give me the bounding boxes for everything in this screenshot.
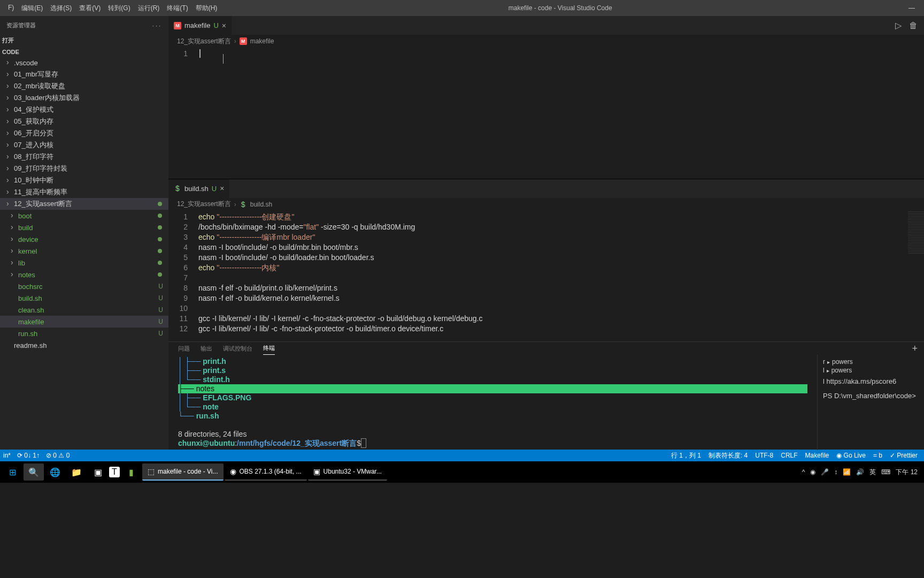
folder-item[interactable]: 05_获取内存 [0,116,168,127]
status-item[interactable]: ⊘ 0 ⚠ 0 [46,452,70,459]
menu-item[interactable]: 帮助(H) [192,2,221,15]
tray-keyboard-icon[interactable]: ⌨ [881,468,890,476]
file-item[interactable]: build.shU [0,292,168,304]
folder-item[interactable]: kernel [0,245,168,257]
menu-item[interactable]: F) [4,2,18,15]
folder-item[interactable]: .vscode [0,57,168,69]
status-item[interactable]: UTF-8 [755,452,773,459]
app-icon[interactable]: ▮ [121,463,141,481]
git-modified-dot [158,202,162,206]
minimap[interactable] [908,211,924,342]
folder-item[interactable]: 09_打印字符封装 [0,163,168,174]
terminal-session-item[interactable]: r ▸ powers [823,358,919,366]
taskbar-app[interactable]: ▣Ubuntu32 - VMwar... [308,463,387,481]
breadcrumb-segment[interactable]: build.sh [250,201,272,208]
taskbar-app[interactable]: ⬚makefile - code - Vi... [142,463,224,481]
workspace-header[interactable]: CODE [0,47,168,57]
folder-item[interactable]: 11_提高中断频率 [0,186,168,198]
terminal-side: r ▸ powersl ▸ powers l https://aka.ms/ps… [817,355,924,450]
tree-item-label: bochsrc [18,283,43,291]
status-item[interactable]: CRLF [781,452,797,459]
status-item[interactable]: ✓ Prettier [890,452,918,459]
system-tray[interactable]: ^ ◉ 🎤 ↕ 📶 🔊 英 ⌨ 下午 12 [802,468,922,477]
tray-icon[interactable]: ◉ [810,468,815,476]
folder-item[interactable]: 07_进入内核 [0,139,168,151]
menu-item[interactable]: 运行(R) [134,2,164,15]
folder-item[interactable]: boot [0,210,168,222]
file-item[interactable]: bochsrcU [0,280,168,292]
file-item[interactable]: run.shU [0,328,168,339]
breadcrumb-top[interactable]: 12_实现assert断言 › M makefile [168,35,924,48]
close-icon[interactable]: × [220,184,224,193]
panel-tab[interactable]: 输出 [201,343,212,355]
start-button[interactable]: ⊞ [2,463,22,481]
status-item[interactable]: ◉ Go Live [836,452,866,459]
tray-icon[interactable]: ↕ [834,468,837,476]
terminal-output[interactable]: │ ├── print.h │ ├── print.s │ └── stdint… [168,355,817,450]
breadcrumb-segment[interactable]: 12_实现assert断言 [177,200,231,209]
status-item[interactable]: ⟳ 0↓ 1↑ [17,452,40,459]
file-explorer-icon[interactable]: 📁 [66,463,87,481]
folder-item[interactable]: lib [0,257,168,269]
status-item[interactable]: Makefile [805,452,829,459]
tray-chevron-icon[interactable]: ^ [802,468,805,476]
chrome-icon[interactable]: 🌐 [45,463,65,481]
tray-volume-icon[interactable]: 🔊 [856,468,864,476]
close-icon[interactable]: × [222,21,226,30]
folder-item[interactable]: device [0,233,168,245]
panel-tab[interactable]: 问题 [178,343,190,355]
menu-item[interactable]: 查看(V) [75,2,104,15]
folder-item[interactable]: 03_loader内核加载器 [0,92,168,104]
code-content[interactable] [198,48,924,179]
text-icon[interactable]: T [109,467,120,477]
code-editor-bottom[interactable]: 123456789101112 echo "-----------------创… [168,211,924,342]
tray-wifi-icon[interactable]: 📶 [843,468,851,476]
minimize-button[interactable]: — [899,0,924,16]
folder-item[interactable]: 08_打印字符 [0,151,168,163]
folder-item[interactable]: notes [0,269,168,280]
file-item[interactable]: readme.sh [0,339,168,351]
breadcrumb-segment[interactable]: 12_实现assert断言 [177,37,231,46]
tree-item-label: makefile [18,318,44,326]
sidebar-more-icon[interactable]: ··· [152,22,162,29]
file-item[interactable]: makefileU [0,316,168,328]
menu-item[interactable]: 编辑(E) [18,2,47,15]
status-item[interactable]: in* [3,452,11,459]
open-editors-header[interactable]: 打开 [0,35,168,46]
folder-item[interactable]: 12_实现assert断言 [0,198,168,210]
search-icon[interactable]: 🔍 [24,463,44,481]
status-item[interactable]: 制表符长度: 4 [709,451,748,460]
menu-item[interactable]: 转到(G) [104,2,134,15]
panel-tab[interactable]: 调试控制台 [223,343,252,355]
panel-tab[interactable]: 终端 [263,342,275,355]
folder-item[interactable]: 10_时钟中断 [0,174,168,186]
status-item[interactable]: 行 1，列 1 [671,451,701,460]
tab-build-sh[interactable]: $ build.sh U × [168,179,230,198]
terminal-session-item[interactable]: l ▸ powers [823,367,919,374]
tray-mic-icon[interactable]: 🎤 [821,468,829,476]
file-item[interactable]: clean.shU [0,304,168,316]
tab-makefile[interactable]: M makefile U × [168,16,232,35]
folder-item[interactable]: build [0,222,168,233]
breadcrumb-segment[interactable]: makefile [250,37,274,45]
tree-item-label: .vscode [14,59,38,67]
status-item[interactable]: = b [873,452,882,459]
terminal-icon[interactable]: ▣ [88,463,108,481]
tray-time[interactable]: 下午 12 [896,468,918,477]
menu-item[interactable]: 终端(T) [163,2,191,15]
run-icon[interactable]: ▷ [895,20,902,31]
breadcrumb-bottom[interactable]: 12_实现assert断言 › $ build.sh [168,198,924,211]
folder-item[interactable]: 02_mbr读取硬盘 [0,80,168,92]
tree-item-label: 02_mbr读取硬盘 [14,81,65,91]
git-untracked-badge: U [158,330,163,337]
trash-icon[interactable]: 🗑 [909,21,918,31]
tray-ime[interactable]: 英 [869,468,876,477]
taskbar-app[interactable]: ◉OBS 27.1.3 (64-bit, ... [225,463,307,481]
code-editor-top[interactable]: 1 [168,48,924,179]
code-content[interactable]: echo "-----------------创建硬盘"/bochs/bin/b… [198,211,924,342]
folder-item[interactable]: 01_mbr写显存 [0,69,168,80]
folder-item[interactable]: 04_保护模式 [0,104,168,116]
menu-item[interactable]: 选择(S) [47,2,75,15]
new-terminal-icon[interactable]: + [912,343,918,354]
folder-item[interactable]: 06_开启分页 [0,127,168,139]
